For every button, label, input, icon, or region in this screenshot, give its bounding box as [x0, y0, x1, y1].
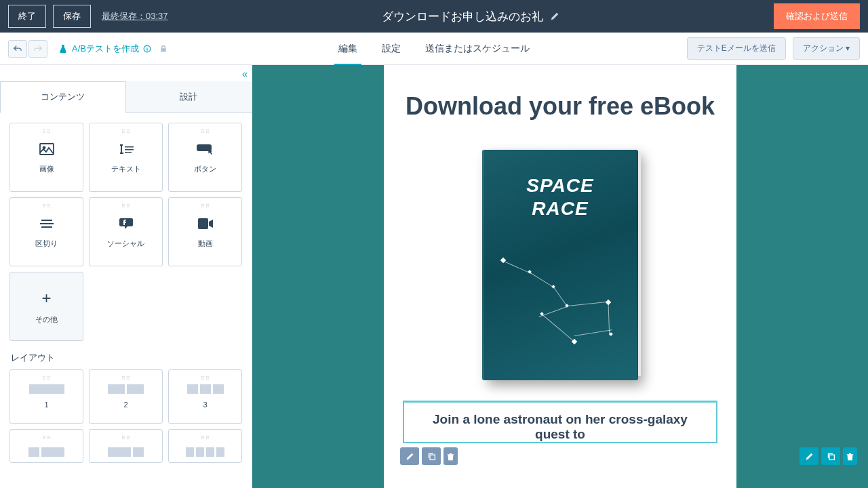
edit-block-button[interactable] [400, 447, 419, 465]
top-bar: 終了 保存 最終保存：03:37 ダウンロードお申し込みのお礼 確認および送信 [0, 0, 868, 33]
grip-icon: ⠿⠿ [42, 129, 52, 135]
actions-dropdown[interactable]: アクション ▾ [793, 37, 860, 60]
lock-icon [159, 45, 167, 53]
block-divider[interactable]: ⠿⠿ 区切り [9, 197, 83, 266]
layout-label: 2 [123, 401, 127, 409]
clone-block-button[interactable] [422, 447, 441, 465]
collapse-sidebar-icon[interactable]: « [242, 68, 248, 79]
block-label: その他 [35, 314, 58, 325]
grip-icon: ⠿⠿ [201, 435, 210, 441]
book-title-line1: SPACE [526, 175, 593, 196]
layout-label: 1 [44, 401, 48, 409]
grip-icon: ⠿⠿ [121, 435, 131, 441]
block-image[interactable]: ⠿⠿ 画像 [9, 123, 83, 192]
block-label: ソーシャル [107, 239, 144, 249]
social-icon [119, 216, 134, 232]
layout-extra-1[interactable]: ⠿⠿ [9, 429, 83, 463]
tab-edit[interactable]: 編集 [338, 33, 357, 65]
layout-extra-3[interactable]: ⠿⠿ [168, 429, 242, 463]
svg-rect-4 [198, 218, 208, 229]
redo-button[interactable] [28, 40, 47, 58]
video-icon [198, 216, 213, 232]
layout-extra-2[interactable]: ⠿⠿ [89, 429, 163, 463]
last-saved-link[interactable]: 最終保存：03:37 [102, 10, 168, 22]
grip-icon: ⠿⠿ [121, 375, 131, 382]
undo-button[interactable] [8, 40, 27, 58]
block-button[interactable]: ⠿⠿ ボタン [168, 123, 242, 192]
ab-test-link[interactable]: A/Bテストを作成 [58, 43, 167, 55]
button-icon [197, 141, 214, 157]
grip-icon: ⠿⠿ [42, 375, 52, 382]
block-tools-right [800, 447, 857, 465]
tab-send[interactable]: 送信またはスケジュール [425, 33, 530, 65]
layout-3col[interactable]: ⠿⠿ 3 [168, 369, 242, 424]
svg-rect-1 [40, 144, 54, 155]
email-canvas[interactable]: Download your free eBook SPACE RACE [252, 65, 868, 488]
save-button[interactable]: 保存 [53, 5, 91, 28]
layout-header: レイアウト [0, 350, 252, 369]
block-label: 区切り [35, 239, 58, 249]
block-video[interactable]: ⠿⠿ 動画 [168, 197, 242, 266]
clone-selected-button[interactable] [821, 447, 840, 465]
layout-label: 3 [203, 401, 207, 409]
sidebar-tab-content[interactable]: コンテンツ [0, 81, 126, 113]
send-test-button[interactable]: テストEメールを送信 [687, 37, 786, 60]
review-send-button[interactable]: 確認および送信 [774, 3, 860, 29]
delete-selected-button[interactable] [843, 447, 857, 465]
block-label: ボタン [194, 164, 216, 174]
grip-icon: ⠿⠿ [201, 375, 210, 382]
constellation-graphic [494, 251, 626, 367]
plus-icon: + [41, 289, 51, 308]
grip-icon: ⠿⠿ [201, 203, 210, 209]
sub-bar: A/Bテストを作成 編集 設定 送信またはスケジュール テストEメールを送信 ア… [0, 33, 868, 65]
delete-block-button[interactable] [443, 447, 458, 465]
grip-icon: ⠿⠿ [121, 203, 131, 209]
block-label: テキスト [111, 164, 141, 174]
block-social[interactable]: ⠿⠿ ソーシャル [89, 197, 163, 266]
tab-settings[interactable]: 設定 [382, 33, 401, 65]
exit-button[interactable]: 終了 [8, 5, 46, 28]
block-more[interactable]: + その他 [9, 272, 83, 341]
selected-text-block[interactable]: Join a lone astronaut on her cross-galax… [403, 401, 717, 443]
page-title: ダウンロードお申し込みのお礼 [382, 9, 543, 24]
layout-1col[interactable]: ⠿⠿ 1 [9, 369, 83, 424]
ebook-image-block[interactable]: SPACE RACE [404, 143, 716, 401]
grip-icon: ⠿⠿ [42, 435, 52, 441]
info-icon [143, 45, 151, 53]
sidebar-tab-design[interactable]: 設計 [126, 81, 252, 113]
svg-rect-6 [829, 455, 834, 460]
book-title-line2: RACE [532, 198, 588, 219]
block-text[interactable]: ⠿⠿ テキスト [89, 123, 163, 192]
center-tabs: 編集 設定 送信またはスケジュール [338, 33, 530, 65]
sidebar: « コンテンツ 設計 ⠿⠿ 画像 ⠿⠿ テキスト ⠿⠿ ボタン ⠿⠿ [0, 65, 252, 488]
grip-icon: ⠿⠿ [121, 129, 131, 135]
email-subhead[interactable]: Join a lone astronaut on her cross-galax… [418, 412, 703, 442]
block-label: 動画 [198, 239, 213, 249]
email-body[interactable]: Download your free eBook SPACE RACE [384, 65, 736, 488]
book-cover: SPACE RACE [482, 150, 638, 380]
text-icon [119, 141, 134, 157]
edit-title-icon[interactable] [550, 12, 559, 21]
svg-rect-5 [430, 455, 435, 460]
image-icon [39, 141, 54, 157]
flask-icon [58, 44, 68, 54]
layout-2col[interactable]: ⠿⠿ 2 [89, 369, 163, 424]
grip-icon: ⠿⠿ [201, 129, 210, 135]
email-headline[interactable]: Download your free eBook [404, 91, 716, 121]
edit-selected-button[interactable] [800, 447, 818, 465]
divider-icon [39, 216, 54, 232]
block-label: 画像 [39, 164, 54, 174]
grip-icon: ⠿⠿ [42, 203, 52, 209]
block-tools-left [400, 447, 458, 465]
